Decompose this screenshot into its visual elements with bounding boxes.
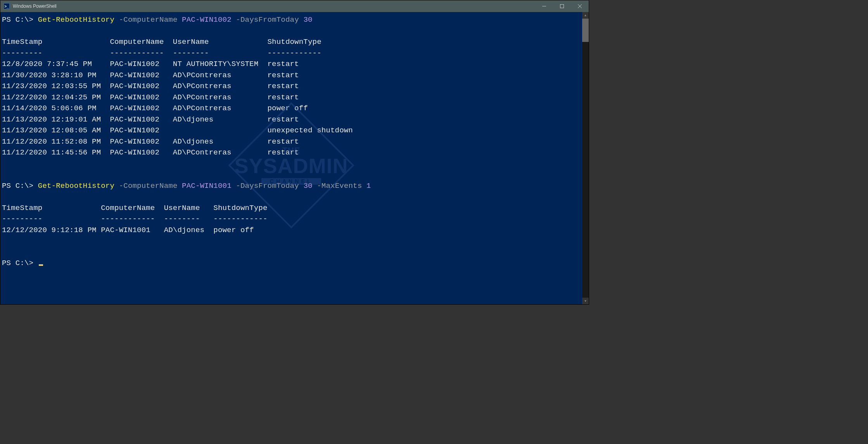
titlebar[interactable]: >_ Windows PowerShell [0, 0, 589, 12]
maximize-button[interactable] [553, 0, 571, 12]
terminal-area[interactable]: PS C:\> Get-RebootHistory -ComputerName … [0, 12, 589, 304]
titlebar-left: >_ Windows PowerShell [3, 3, 57, 9]
close-button[interactable] [571, 0, 589, 12]
scroll-thumb[interactable] [582, 19, 589, 42]
window-title: Windows PowerShell [13, 3, 57, 9]
scroll-down-arrow[interactable]: ▼ [582, 298, 589, 304]
scrollbar[interactable]: ▲ ▼ [582, 12, 589, 304]
minimize-button[interactable] [535, 0, 553, 12]
window-controls [535, 0, 589, 12]
terminal-output[interactable]: PS C:\> Get-RebootHistory -ComputerName … [0, 12, 589, 304]
powershell-icon: >_ [3, 3, 10, 9]
scroll-up-arrow[interactable]: ▲ [582, 12, 589, 19]
svg-rect-1 [560, 5, 564, 8]
